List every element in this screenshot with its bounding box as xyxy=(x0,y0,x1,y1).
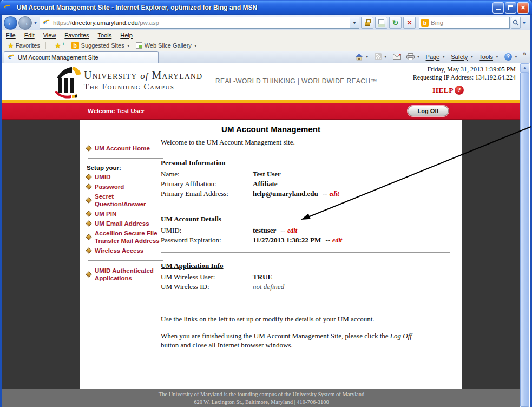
web-slice-gallery-button[interactable]: Web Slice Gallery▼ xyxy=(133,41,200,50)
compatibility-view-button[interactable] xyxy=(375,17,387,29)
edit-email-link[interactable]: edit xyxy=(330,189,339,199)
instructions-paragraph: Use the links on the left to set up or m… xyxy=(161,314,426,324)
help-button[interactable]: ?▼ xyxy=(502,53,521,61)
forward-button[interactable]: → xyxy=(18,16,32,30)
menu-edit[interactable]: Edit xyxy=(20,32,39,38)
edit-umid-link[interactable]: edit xyxy=(287,226,297,235)
sidebar: UM Account Home Setup your: UMID Passwor… xyxy=(80,134,161,350)
menu-view[interactable]: View xyxy=(39,32,61,38)
more-commands-chevron[interactable]: » xyxy=(521,50,528,57)
refresh-button[interactable]: ↻ xyxy=(389,17,402,29)
help-link[interactable]: HELP ? xyxy=(432,86,464,95)
home-button[interactable]: ▼ xyxy=(352,53,372,61)
section-heading-personal-information: Personal Information xyxy=(161,159,453,167)
content-column: UM Account Management UM Account Home Se… xyxy=(80,120,462,389)
diamond-bullet-icon xyxy=(86,271,91,277)
print-button[interactable]: ▼ xyxy=(404,53,423,60)
help-icon: ? xyxy=(504,53,512,61)
diamond-bullet-icon xyxy=(86,211,91,216)
page-icon xyxy=(42,19,51,27)
ie-page-icon xyxy=(7,54,16,62)
footer-line-1: The University of Maryland is the foundi… xyxy=(2,391,521,398)
search-options-dropdown-icon[interactable]: ▼ xyxy=(521,21,528,25)
tagline: REAL-WORLD THINKING | WORLDWIDE REACH™ xyxy=(215,77,377,85)
sidebar-divider xyxy=(88,158,163,159)
site-header: University of Maryland The Founding Camp… xyxy=(2,63,521,100)
sidebar-item-umid[interactable]: UMID xyxy=(87,173,161,181)
restore-button[interactable] xyxy=(505,2,516,14)
footer-line-2: 620 W. Lexington St., Baltimore, Marylan… xyxy=(2,398,521,406)
section-heading-um-application-info: UM Application Info xyxy=(161,261,453,270)
url-domain: directory.umaryland.edu xyxy=(71,19,138,26)
safety-menu-button[interactable]: Safety▼ xyxy=(448,54,476,60)
diamond-bullet-icon xyxy=(86,145,91,151)
sidebar-item-wireless-access[interactable]: Wireless Access xyxy=(87,247,161,254)
history-dropdown-icon[interactable]: ▼ xyxy=(32,21,40,25)
home-icon xyxy=(355,53,363,61)
url-path: /pw.asp xyxy=(138,19,159,26)
ip-address-text: Requesting IP Address: 134.192.64.224 xyxy=(413,74,516,82)
diamond-bullet-icon xyxy=(86,220,91,226)
printer-icon xyxy=(406,53,415,60)
search-button[interactable] xyxy=(511,17,521,29)
mail-icon xyxy=(393,54,401,60)
page-title: UM Account Management xyxy=(80,120,462,134)
logoff-paragraph: When you are finished using the UM Accou… xyxy=(161,331,426,350)
page-body: UM Account Management UM Account Home Se… xyxy=(2,120,521,389)
favorites-button[interactable]: ★ Favorites xyxy=(2,41,43,50)
page-menu-button[interactable]: Page▼ xyxy=(423,54,449,60)
diamond-bullet-icon xyxy=(86,174,91,180)
scroll-up-arrow-icon[interactable]: ▲ xyxy=(520,63,529,73)
info-row-primary-email: Primary Email Address: help@umaryland.ed… xyxy=(161,189,453,199)
browser-window: UM Account Management Site - Internet Ex… xyxy=(0,0,532,407)
suggested-sites-button[interactable]: b Suggested Sites▼ xyxy=(69,41,133,50)
favorites-bar: ★ Favorites ★＋ b Suggested Sites▼ Web Sl… xyxy=(2,40,530,51)
info-row-wireless-id: UM Wireless ID: not defined xyxy=(161,282,453,292)
section-divider xyxy=(161,206,450,206)
section-divider xyxy=(161,299,450,299)
diamond-bullet-icon xyxy=(86,197,91,203)
welcome-user-text: Welcome Test User xyxy=(88,108,145,114)
sidebar-item-umid-authenticated-apps[interactable]: UMID Authenticated Applications xyxy=(87,267,161,282)
close-button[interactable]: ✕ xyxy=(517,2,529,14)
feeds-button[interactable]: ▼ xyxy=(372,53,390,60)
stop-button[interactable]: ✕ xyxy=(403,17,416,29)
back-button[interactable]: ← xyxy=(4,16,17,30)
search-input[interactable] xyxy=(431,19,508,26)
star-icon: ★ xyxy=(8,42,14,50)
sidebar-item-password[interactable]: Password xyxy=(87,183,161,191)
edit-password-link[interactable]: edit xyxy=(332,235,342,245)
address-dropdown-icon[interactable]: ▼ xyxy=(350,17,359,29)
tab-um-account-management[interactable]: UM Account Management Site xyxy=(4,51,159,63)
info-row-password-expiration: Password Expiration: 11/27/2013 1:38:22 … xyxy=(161,235,453,245)
red-banner: Welcome Test User Log Off xyxy=(2,103,521,120)
section-heading-um-account-details: UM Account Details xyxy=(161,215,453,224)
sidebar-item-um-email[interactable]: UM Email Address xyxy=(87,220,161,227)
security-lock-icon[interactable] xyxy=(361,17,373,29)
menu-favorites[interactable]: Favorites xyxy=(60,32,93,38)
menu-tools[interactable]: Tools xyxy=(94,32,116,38)
read-mail-button[interactable] xyxy=(390,54,404,60)
minimize-button[interactable] xyxy=(492,2,504,14)
menu-bar: File Edit View Favorites Tools Help xyxy=(2,30,530,40)
sidebar-item-secret-question[interactable]: Secret Question/Answer xyxy=(87,193,161,208)
address-input[interactable]: https://directory.umaryland.edu/pw.asp xyxy=(40,17,350,29)
sidebar-item-um-account-home[interactable]: UM Account Home xyxy=(87,145,161,152)
window-title: UM Account Management Site - Internet Ex… xyxy=(17,4,492,11)
sidebar-item-accellion[interactable]: Accellion Secure File Transfer Mail Addr… xyxy=(87,229,161,245)
bing-icon: b xyxy=(421,19,429,27)
scrollbar-thumb[interactable] xyxy=(520,73,529,407)
search-box[interactable]: b xyxy=(419,17,510,29)
datetime-block: Friday, May 31, 2013 1:39:05 PM Requesti… xyxy=(413,65,516,82)
diamond-bullet-icon xyxy=(86,183,91,189)
site-footer: The University of Maryland is the foundi… xyxy=(2,389,521,407)
add-favorite-button[interactable]: ★＋ xyxy=(49,41,69,50)
menu-file[interactable]: File xyxy=(2,32,20,38)
title-bar: UM Account Management Site - Internet Ex… xyxy=(0,0,532,15)
sidebar-item-um-pin[interactable]: UM PIN xyxy=(87,210,161,218)
sidebar-divider xyxy=(88,260,163,261)
vertical-scrollbar[interactable]: ▲ xyxy=(520,63,529,407)
tools-menu-button[interactable]: Tools▼ xyxy=(476,54,502,60)
menu-help[interactable]: Help xyxy=(116,32,137,38)
log-off-button[interactable]: Log Off xyxy=(408,106,449,116)
